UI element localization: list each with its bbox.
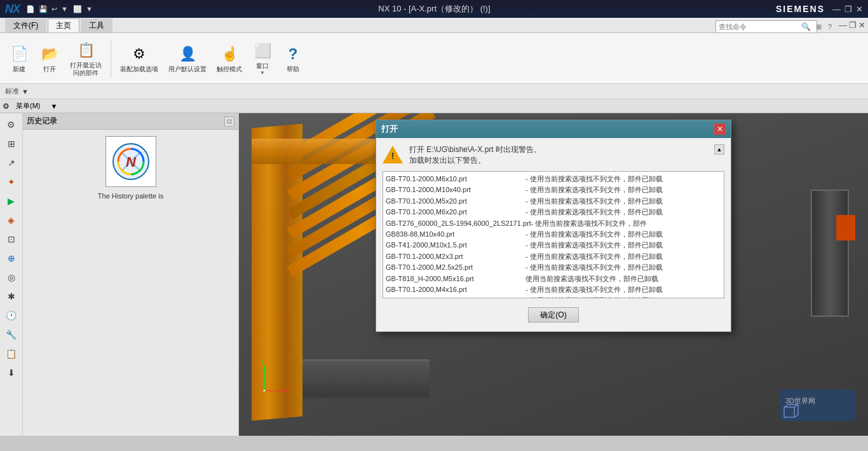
toolbar: 📄 新建 📂 打开 📋 打开最近访 问的部件 ⚙ 装配加载选项 👤 用户默认设置… xyxy=(0,33,868,84)
sidebar-clip-icon[interactable]: 📋 xyxy=(3,345,20,363)
menu2-arrow[interactable]: ▼ xyxy=(46,101,63,111)
new-label: 新建 xyxy=(13,66,25,73)
sidebar-clock-icon[interactable]: 🕐 xyxy=(3,307,20,324)
toolbar-user[interactable]: 👤 用户默认设置 xyxy=(165,41,210,76)
dialog-header-row: ! 打开 E:\UG\bishe\A-X.prt 时出现警告。 加载时发出以下警… xyxy=(383,144,724,166)
sidebar-s5-icon[interactable]: ⊡ xyxy=(3,230,20,248)
search-help-icon[interactable]: ? xyxy=(825,23,834,31)
sidebar-settings-icon[interactable]: ⚙ xyxy=(3,116,20,134)
open-dialog: 打开 ✕ ! 打开 E:\UG\bishe xyxy=(376,120,731,332)
sidebar-tool-icon[interactable]: 🔧 xyxy=(3,326,20,343)
dialog-row: GB-T818_H-2000,M5x16.prt 使用当前搜索选项找不到文件，部… xyxy=(386,274,721,284)
toolbar-assembly[interactable]: ⚙ 装配加载选项 xyxy=(116,41,162,76)
menu2-icon: ⚙ xyxy=(3,102,10,111)
sidebar-s8-icon[interactable]: ✱ xyxy=(3,288,20,305)
dialog-message: - 使用当前搜索选项找不到文件，部件已卸 xyxy=(526,296,721,298)
dialog-filename: GB-T70.1-2000,M2x3.prt xyxy=(386,252,526,261)
toolbar-new[interactable]: 📄 新建 xyxy=(5,41,33,76)
titlebar-left: NX 📄 💾 ↩ ▼ ⬜ ▼ xyxy=(5,3,93,16)
assembly-label: 装配加载选项 xyxy=(120,66,158,73)
dialog-overlay: 打开 ✕ ! 打开 E:\UG\bishe xyxy=(239,113,868,436)
toolbar-open[interactable]: 📂 打开 xyxy=(36,41,64,76)
dialog-close-btn[interactable]: ✕ xyxy=(714,123,726,135)
watermark-svg: 3D世界网 xyxy=(779,389,855,421)
sidebar-s2-icon[interactable]: ✦ xyxy=(3,173,20,191)
sidebar-down-icon[interactable]: ⬇ xyxy=(3,364,20,382)
window-icon: ⬜ xyxy=(252,41,273,61)
search-bar[interactable]: 🔍 ⊞ ? xyxy=(715,20,817,33)
history-content: N The History palette is xyxy=(23,130,238,436)
left-sidebar: ⚙ ⊞ ↗ ✦ ▶ ◈ ⊡ ⊕ ◎ ✱ 🕐 🔧 📋 ⬇ xyxy=(0,113,23,436)
history-panel-controls: □ xyxy=(224,116,234,127)
watermark: 3D世界网 xyxy=(779,389,855,423)
history-panel: 历史记录 □ N The History palette is xyxy=(23,113,239,436)
tab-bar: 文件(F) 主页 工具 🔍 ⊞ ? — ❐ ✕ xyxy=(0,18,868,33)
dialog-filename: GB-T70.1-2000,M5x20.prt xyxy=(386,197,526,206)
win-close-btn[interactable]: ✕ xyxy=(858,20,865,30)
titlebar-minimize[interactable]: — xyxy=(832,4,841,14)
window-controls: — ❐ ✕ xyxy=(839,20,865,30)
titlebar-close[interactable]: ✕ xyxy=(856,4,863,14)
history-panel-title: 历史记录 xyxy=(27,116,57,127)
siemens-logo-area: SIEMENS — ❐ ✕ xyxy=(776,4,863,14)
dialog-filename: GB-T70.1-2000,M2.5x25.prt xyxy=(386,263,526,272)
help-icon: ? xyxy=(283,44,303,64)
tab-home[interactable]: 主页 xyxy=(48,18,79,32)
tab-file[interactable]: 文件(F) xyxy=(5,18,46,32)
menu2-item-menu[interactable]: 菜单(M) xyxy=(11,100,46,112)
dialog-row: GB-T276_160000-1994,16001.prt- 使用当前搜索选项找… xyxy=(386,296,721,298)
dialog-row: GB-T70.1-2000,M10x40.prt- 使用当前搜索选项找不到文件，… xyxy=(386,185,721,195)
history-thumbnail: N xyxy=(105,136,156,187)
dialog-body: ! 打开 E:\UG\bishe\A-X.prt 时出现警告。 加载时发出以下警… xyxy=(376,138,731,331)
sidebar-s6-icon[interactable]: ⊕ xyxy=(3,249,20,267)
search-expand-icon[interactable]: ⊞ xyxy=(813,23,824,31)
help-label: 帮助 xyxy=(287,66,299,73)
tab-tools[interactable]: 工具 xyxy=(81,18,112,32)
dialog-row: GB838-88,M10x40.prt- 使用当前搜索选项找不到文件，部件已卸载 xyxy=(386,230,721,239)
dialog-row: GB-T70.1-2000,M6x10.prt- 使用当前搜索选项找不到文件，部… xyxy=(386,174,721,184)
titlebar-title: NX 10 - [A-X.prt（修改的） (!)] xyxy=(93,3,776,15)
win-minimize-btn[interactable]: — xyxy=(839,20,847,30)
dialog-message: - 使用当前搜索选项找不到文件，部件已卸载 xyxy=(526,230,721,239)
dialog-message: - 使用当前搜索选项找不到文件，部件已卸载 xyxy=(526,263,721,272)
window-label: 窗口 xyxy=(256,62,269,70)
dialog-message: - 使用当前搜索选项找不到文件，部件已卸载 xyxy=(526,185,721,195)
dialog-message: - 使用当前搜索选项找不到文件，部件已卸载 xyxy=(526,252,721,261)
sidebar-layers-icon[interactable]: ⊞ xyxy=(3,135,20,153)
history-collapse-btn[interactable]: □ xyxy=(224,116,234,127)
warning-icon-container: ! xyxy=(383,144,403,165)
titlebar-restore[interactable]: ❐ xyxy=(844,4,852,14)
dialog-ok-btn[interactable]: 确定(O) xyxy=(528,307,579,323)
sidebar-s7-icon[interactable]: ◎ xyxy=(3,268,20,286)
dialog-row: GB-T276_60000_2LS-1994,6000_2LS2171.prt-… xyxy=(386,219,721,228)
viewport[interactable]: X Y 打开 ✕ xyxy=(239,113,868,436)
customize-arrow[interactable]: ▼ xyxy=(22,88,29,95)
dialog-scroll-ctrl: ▲ xyxy=(714,144,724,155)
title-bar: NX 📄 💾 ↩ ▼ ⬜ ▼ NX 10 - [A-X.prt（修改的） (!)… xyxy=(0,0,868,18)
search-input[interactable] xyxy=(716,23,799,31)
toolbar-touch[interactable]: ☝ 触控模式 xyxy=(213,41,246,76)
assembly-icon: ⚙ xyxy=(129,44,149,64)
sidebar-s3-icon[interactable]: ▶ xyxy=(3,192,20,210)
svg-rect-9 xyxy=(779,389,855,421)
dialog-message: - 使用当前搜索选项找不到文件，部件已卸载 xyxy=(526,207,721,217)
model-background: X Y 打开 ✕ xyxy=(239,113,868,436)
dialog-filename: GB838-88,M10x40.prt xyxy=(386,230,526,239)
dialog-row: GB-T70.1-2000,M4x16.prt- 使用当前搜索选项找不到文件，部… xyxy=(386,285,721,295)
touch-icon: ☝ xyxy=(219,44,240,64)
dialog-message: - 使用当前搜索选项找不到文件，部件 xyxy=(531,219,721,228)
recent-label: 打开最近访 问的部件 xyxy=(70,62,102,77)
dialog-row: GB-T70.1-2000,M6x20.prt- 使用当前搜索选项找不到文件，部… xyxy=(386,207,721,217)
dialog-message: - 使用当前搜索选项找不到文件，部件已卸载 xyxy=(526,285,721,295)
dialog-filename: GB-T70.1-2000,M10x40.prt xyxy=(386,185,526,195)
dialog-scroll-up-btn[interactable]: ▲ xyxy=(714,144,724,155)
dialog-message: - 使用当前搜索选项找不到文件，部件已卸载 xyxy=(526,240,721,250)
sidebar-s1-icon[interactable]: ↗ xyxy=(3,154,20,172)
toolbar-help[interactable]: ? 帮助 xyxy=(279,41,307,76)
win-restore-btn[interactable]: ❐ xyxy=(849,20,857,30)
toolbar-recent[interactable]: 📋 打开最近访 问的部件 xyxy=(66,38,105,80)
sidebar-s4-icon[interactable]: ◈ xyxy=(3,211,20,229)
toolbar-window[interactable]: ⬜ 窗口 ▼ xyxy=(248,38,276,78)
dialog-scrollarea[interactable]: GB-T70.1-2000,M6x10.prt- 使用当前搜索选项找不到文件，部… xyxy=(383,171,724,298)
dialog-filename: GB-T41-2000,M10x1.5.prt xyxy=(386,240,526,250)
